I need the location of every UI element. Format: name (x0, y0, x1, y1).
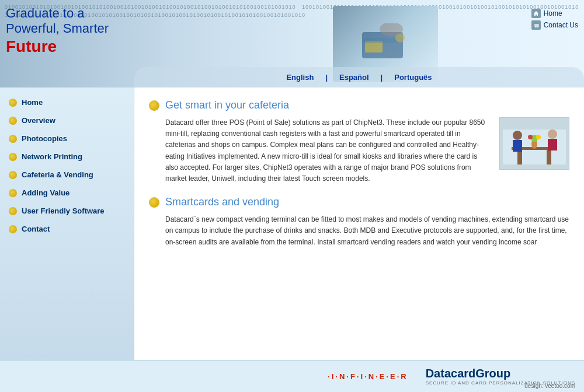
contact-nav-item[interactable]: ☎ Contact Us (531, 20, 578, 30)
cafeteria-bullet (149, 100, 159, 111)
content-wrapper: Home Overview Photocopies Network Printi… (0, 88, 584, 392)
bullet-adding-value (9, 189, 17, 197)
vending-bullet (149, 197, 159, 208)
bullet-cafeteria (9, 171, 17, 179)
bullet-user-friendly (9, 207, 17, 215)
sidebar-label-photocopies: Photocopies (22, 134, 67, 143)
top-navigation: Home ☎ Contact Us (531, 9, 578, 30)
svg-point-18 (548, 130, 557, 139)
sidebar-item-network-printing[interactable]: Network Printing (0, 148, 134, 166)
bullet-photocopies (9, 135, 17, 143)
bullet-home (9, 99, 17, 107)
home-nav-label: Home (544, 9, 562, 18)
title-line3: Future (6, 37, 57, 55)
svg-point-15 (536, 135, 541, 139)
phone-icon: ☎ (531, 20, 541, 30)
sidebar-item-adding-value[interactable]: Adding Value (0, 184, 134, 202)
sidebar-label-contact: Contact (22, 225, 50, 233)
vending-header: Smartcards and vending (149, 196, 569, 208)
svg-marker-5 (534, 11, 538, 16)
footer-infineer: ·I·N·F·I·N·E·E·R (328, 372, 408, 381)
svg-rect-19 (548, 139, 557, 150)
sidebar-label-home: Home (22, 98, 43, 107)
sidebar-item-contact[interactable]: Contact (0, 220, 134, 238)
svg-rect-11 (547, 150, 551, 164)
bullet-contact (9, 225, 17, 233)
sidebar-item-cafeteria[interactable]: Cafeteria & Vending (0, 166, 134, 184)
svg-point-16 (513, 131, 522, 140)
main-layout: Home Overview Photocopies Network Printi… (0, 88, 584, 360)
title-line2: Powerful, Smarter (6, 21, 109, 36)
vending-title: Smartcards and vending (165, 196, 279, 208)
language-bar: English | Español | Português (134, 67, 584, 88)
header-title: Graduate to a Powerful, Smarter Future (6, 6, 109, 56)
lang-espanol[interactable]: Español (328, 72, 381, 83)
bullet-network-printing (9, 153, 17, 161)
footer-datacard-name: DatacardGroup (426, 367, 511, 380)
footer-design-credit: design: veetoo.com (524, 383, 575, 389)
lang-english[interactable]: English (274, 72, 325, 83)
cafeteria-section: Get smart in your cafeteria Datacard off… (149, 99, 569, 184)
contact-nav-label: Contact Us (544, 21, 578, 29)
sidebar-item-overview[interactable]: Overview (0, 111, 134, 130)
sidebar-label-overview: Overview (22, 116, 55, 125)
sidebar-label-network-printing: Network Printing (22, 152, 82, 161)
title-line1: Graduate to a (6, 6, 85, 20)
sidebar-label-user-friendly: User Friendly Software (22, 206, 105, 215)
vending-body: Datacard`s new compact vending terminal … (165, 214, 569, 248)
header: 0100101001010100100101001010100100101001… (0, 0, 584, 88)
svg-rect-17 (513, 140, 522, 152)
sidebar-item-user-friendly[interactable]: User Friendly Software (0, 202, 134, 220)
cafeteria-header: Get smart in your cafeteria (149, 99, 569, 111)
sidebar: Home Overview Photocopies Network Printi… (0, 88, 134, 360)
sidebar-item-home[interactable]: Home (0, 93, 134, 111)
svg-text:☎: ☎ (534, 23, 539, 28)
svg-rect-10 (517, 150, 522, 164)
cafeteria-content-row: Datacard offer three POS (Point of Sale)… (165, 117, 569, 184)
bullet-overview (9, 117, 17, 125)
sidebar-label-adding-value: Adding Value (22, 188, 69, 197)
footer: ·I·N·F·I·N·E·E·R DatacardGroup SECURE ID… (0, 360, 584, 392)
sidebar-item-photocopies[interactable]: Photocopies (0, 130, 134, 148)
vending-section: Smartcards and vending Datacard`s new co… (149, 196, 569, 248)
sidebar-label-cafeteria: Cafeteria & Vending (22, 170, 93, 179)
home-nav-item[interactable]: Home (531, 9, 578, 18)
cafeteria-text: Datacard offer three POS (Point of Sale)… (165, 117, 491, 184)
main-content: Get smart in your cafeteria Datacard off… (134, 88, 584, 360)
cafeteria-title: Get smart in your cafeteria (165, 99, 289, 111)
header-logo: Graduate to a Powerful, Smarter Future (6, 6, 109, 56)
cafeteria-body: Datacard offer three POS (Point of Sale)… (165, 117, 569, 184)
lang-portugues[interactable]: Português (383, 72, 443, 83)
cafeteria-image (499, 117, 569, 170)
home-icon (531, 9, 541, 18)
svg-point-14 (528, 135, 533, 139)
